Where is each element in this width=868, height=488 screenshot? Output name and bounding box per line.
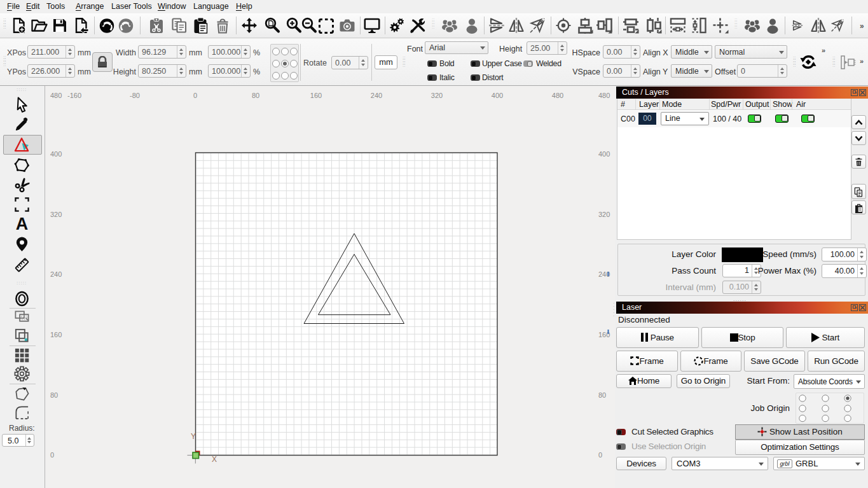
svg-text:Y: Y: [191, 432, 196, 441]
svg-text:X: X: [212, 455, 217, 464]
svg-text:A: A: [16, 216, 28, 232]
